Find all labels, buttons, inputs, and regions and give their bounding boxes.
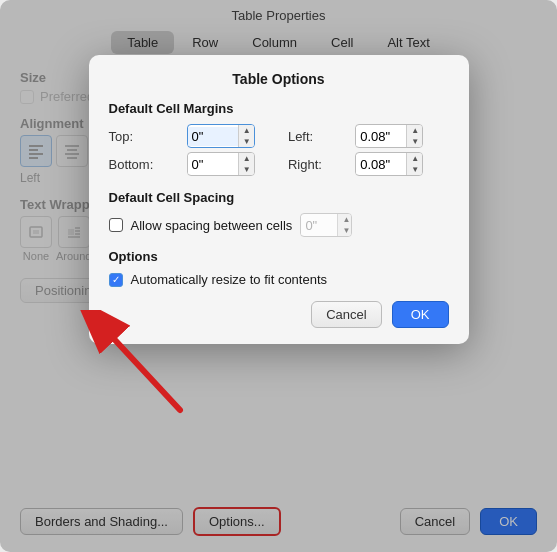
bottom-stepper: ▲ ▼ (238, 153, 255, 175)
right-stepper-up[interactable]: ▲ (407, 153, 423, 164)
modal-buttons: Cancel OK (109, 301, 449, 328)
auto-resize-row: ✓ Automatically resize to fit contents (109, 272, 449, 287)
spacing-stepper-up[interactable]: ▲ (338, 214, 352, 225)
left-stepper: ▲ ▼ (406, 125, 423, 147)
bottom-input[interactable] (188, 155, 238, 174)
top-input-wrap: ▲ ▼ (187, 124, 255, 148)
outer-window: Table Properties Table Row Column Cell A… (0, 0, 557, 552)
spacing-checkbox[interactable] (109, 218, 123, 232)
spacing-input[interactable] (301, 216, 337, 235)
left-stepper-down[interactable]: ▼ (407, 136, 423, 147)
top-stepper-up[interactable]: ▲ (239, 125, 255, 136)
bottom-label: Bottom: (109, 157, 179, 172)
top-stepper: ▲ ▼ (238, 125, 255, 147)
options-label: Options (109, 249, 449, 264)
auto-resize-checkbox[interactable]: ✓ (109, 273, 123, 287)
left-stepper-up[interactable]: ▲ (407, 125, 423, 136)
modal-title: Table Options (109, 71, 449, 87)
right-label: Right: (288, 157, 347, 172)
spacing-input-wrap: ▲ ▼ (300, 213, 352, 237)
right-input[interactable] (356, 155, 406, 174)
spacing-label: Default Cell Spacing (109, 190, 449, 205)
right-stepper-down[interactable]: ▼ (407, 164, 423, 175)
top-label: Top: (109, 129, 179, 144)
modal-overlay: Table Options Default Cell Margins Top: … (0, 0, 557, 552)
top-stepper-down[interactable]: ▼ (239, 136, 255, 147)
left-input-wrap: ▲ ▼ (355, 124, 423, 148)
allow-spacing-label: Allow spacing between cells (131, 218, 293, 233)
svg-line-20 (115, 340, 180, 410)
spacing-stepper-down[interactable]: ▼ (338, 225, 352, 236)
modal-cancel-button[interactable]: Cancel (311, 301, 381, 328)
spacing-stepper: ▲ ▼ (337, 214, 352, 236)
right-stepper: ▲ ▼ (406, 153, 423, 175)
modal-ok-button[interactable]: OK (392, 301, 449, 328)
left-input[interactable] (356, 127, 406, 146)
spacing-section: Default Cell Spacing Allow spacing betwe… (109, 190, 449, 237)
bottom-stepper-down[interactable]: ▼ (239, 164, 255, 175)
bottom-input-wrap: ▲ ▼ (187, 152, 255, 176)
auto-resize-label: Automatically resize to fit contents (131, 272, 328, 287)
options-section: Options ✓ Automatically resize to fit co… (109, 249, 449, 287)
top-input[interactable] (188, 127, 238, 146)
left-label: Left: (288, 129, 347, 144)
right-input-wrap: ▲ ▼ (355, 152, 423, 176)
margins-grid: Top: ▲ ▼ Left: ▲ ▼ (109, 124, 449, 176)
table-options-modal: Table Options Default Cell Margins Top: … (89, 55, 469, 344)
bottom-stepper-up[interactable]: ▲ (239, 153, 255, 164)
spacing-row: Allow spacing between cells ▲ ▼ (109, 213, 449, 237)
margins-label: Default Cell Margins (109, 101, 449, 116)
